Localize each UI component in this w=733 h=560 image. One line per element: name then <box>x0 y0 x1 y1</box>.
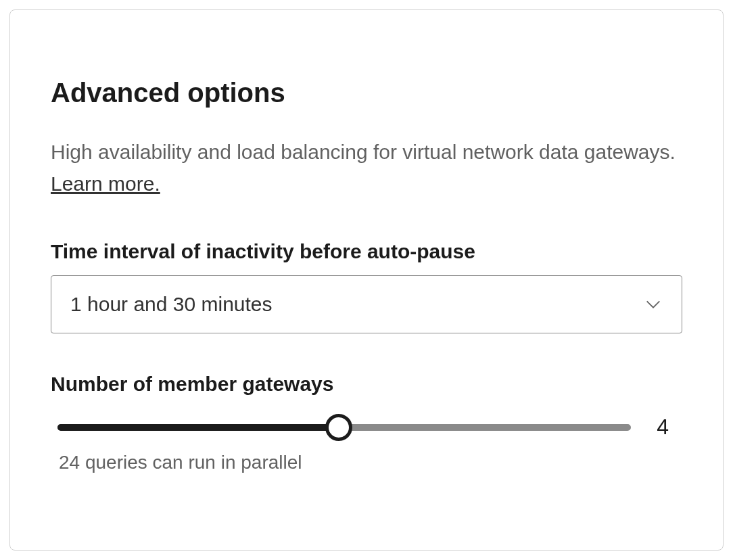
member-gateways-hint: 24 queries can run in parallel <box>59 452 682 473</box>
slider-thumb[interactable] <box>325 414 352 441</box>
section-heading: Advanced options <box>51 78 682 108</box>
member-gateways-slider[interactable] <box>57 424 631 431</box>
description-text: High availability and load balancing for… <box>51 141 676 163</box>
slider-fill <box>57 424 339 431</box>
member-gateways-label: Number of member gateways <box>51 373 682 396</box>
time-interval-dropdown[interactable]: 1 hour and 30 minutes <box>51 275 682 333</box>
time-interval-field: Time interval of inactivity before auto-… <box>51 240 682 333</box>
chevron-down-icon <box>644 295 663 314</box>
member-gateways-slider-row: 4 <box>51 415 682 440</box>
time-interval-selected: 1 hour and 30 minutes <box>70 293 273 316</box>
section-description: High availability and load balancing for… <box>51 137 682 200</box>
member-gateways-field: Number of member gateways 4 24 queries c… <box>51 373 682 473</box>
member-gateways-value: 4 <box>655 415 682 440</box>
learn-more-link[interactable]: Learn more. <box>51 172 160 195</box>
time-interval-label: Time interval of inactivity before auto-… <box>51 240 682 263</box>
advanced-options-panel: Advanced options High availability and l… <box>9 9 724 551</box>
